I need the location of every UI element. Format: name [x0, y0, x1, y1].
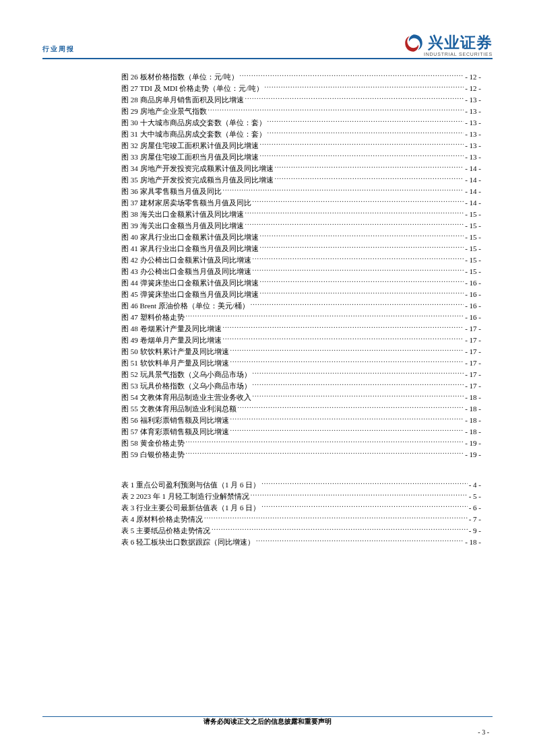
figure-page: - 17 -	[465, 346, 481, 357]
figure-entry: 图 30 十大城市商品房成交套数（单位：套）- 13 -	[121, 117, 481, 129]
logo-text-cn: 兴业证券	[428, 32, 493, 53]
table-entry: 表 3 行业主要公司最新估值表（1 月 6 日）- 6 -	[121, 502, 481, 514]
toc-leader	[261, 480, 467, 487]
figure-label: 图 55 文教体育用品制造业利润总额	[121, 403, 237, 415]
toc-leader	[230, 358, 464, 366]
toc-leader	[268, 129, 464, 137]
figure-label: 图 45 弹簧床垫出口金额当月值及同比增速	[121, 289, 259, 300]
figure-entry: 图 32 房屋住宅竣工面积累计值及同比增速- 13 -	[121, 140, 481, 151]
table-entry: 表 5 主要纸品价格走势情况- 9 -	[121, 525, 481, 537]
toc-leader	[230, 415, 464, 423]
figure-page: - 18 -	[465, 392, 481, 403]
toc-leader	[275, 175, 464, 182]
figure-label: 图 37 建材家居卖场零售额当月值及同比	[121, 197, 251, 209]
toc-leader	[253, 392, 464, 400]
figure-entry: 图 45 弹簧床垫出口金额当月值及同比增速- 16 -	[121, 289, 481, 300]
table-page: - 18 -	[465, 537, 481, 548]
figure-page: - 12 -	[465, 83, 481, 94]
figure-page: - 13 -	[465, 151, 481, 163]
logo-icon	[404, 33, 424, 53]
figure-entry: 图 28 商品房单月销售面积及同比增速- 13 -	[121, 94, 481, 106]
figure-label: 图 48 卷烟累计产量及同比增速	[121, 323, 222, 335]
toc-leader	[186, 450, 464, 457]
figure-label: 图 34 房地产开发投资完成额累计值及同比增速	[121, 163, 274, 174]
figure-entry: 图 46 Brent 原油价格（单位：美元/桶）- 16 -	[121, 300, 481, 312]
figure-entry: 图 29 房地产企业景气指数- 13 -	[121, 106, 481, 117]
toc-leader	[260, 289, 464, 297]
table-entry: 表 6 轻工板块出口数据跟踪（同比增速）- 18 -	[121, 537, 481, 548]
toc-leader	[223, 335, 464, 343]
figure-page: - 15 -	[465, 209, 481, 220]
footer-disclaimer: 请务必阅读正文之后的信息披露和重要声明	[0, 717, 535, 726]
figure-label: 图 59 白银价格走势	[121, 449, 185, 460]
toc-leader	[204, 514, 468, 522]
figure-entry: 图 57 体育彩票销售额及同比增速- 18 -	[121, 426, 481, 438]
page-container: 行业周报 兴业证券 INDUSTRIAL SECURITIES 图 26 板材价…	[0, 0, 535, 756]
figure-entry: 图 31 大中城市商品房成交套数（单位：套）- 13 -	[121, 129, 481, 140]
toc-leader	[253, 255, 464, 263]
figure-label: 图 43 办公椅出口金额当月值及同比增速	[121, 266, 251, 277]
table-entry: 表 1 重点公司盈利预测与估值（1 月 6 日）- 4 -	[121, 479, 481, 491]
figure-entry: 图 50 软饮料累计产量及同比增速- 17 -	[121, 346, 481, 357]
figure-label: 图 27 TDI 及 MDI 价格走势（单位：元/吨）	[121, 83, 263, 94]
figure-label: 图 38 海关出口金额累计值及同比增速	[121, 209, 244, 220]
figure-label: 图 32 房屋住宅竣工面积累计值及同比增速	[121, 140, 259, 151]
figure-page: - 12 -	[465, 71, 481, 83]
table-entry: 表 4 原材料价格走势情况- 7 -	[121, 514, 481, 525]
figure-page: - 18 -	[465, 403, 481, 415]
table-page: - 5 -	[469, 491, 481, 502]
figure-entry: 图 54 文教体育用品制造业主营业务收入- 18 -	[121, 392, 481, 403]
figure-page: - 17 -	[465, 357, 481, 369]
table-page: - 7 -	[469, 514, 481, 525]
logo-block: 兴业证券 INDUSTRIAL SECURITIES	[398, 32, 493, 57]
toc-leader	[265, 83, 464, 91]
toc-leader	[253, 198, 464, 205]
figure-entry: 图 26 板材价格指数（单位：元/吨）- 12 -	[121, 71, 481, 83]
figure-entry: 图 33 房屋住宅竣工面积当月值及同比增速- 13 -	[121, 151, 481, 163]
toc-leader	[186, 438, 464, 446]
figure-page: - 13 -	[465, 129, 481, 140]
table-label: 表 3 行业主要公司最新估值表（1 月 6 日）	[121, 502, 260, 514]
figure-page: - 14 -	[465, 197, 481, 209]
figure-page: - 13 -	[465, 140, 481, 151]
figure-page: - 13 -	[465, 106, 481, 117]
toc-leader	[223, 186, 464, 194]
table-label: 表 2 2023 年 1 月轻工制造行业解禁情况	[121, 491, 249, 502]
figure-entry: 图 44 弹簧床垫出口金额累计值及同比增速- 16 -	[121, 277, 481, 289]
figure-label: 图 30 十大城市商品房成交套数（单位：套）	[121, 117, 266, 129]
figure-entry: 图 56 福利彩票销售额及同比增速- 18 -	[121, 415, 481, 426]
figure-page: - 15 -	[465, 254, 481, 266]
figure-page: - 19 -	[465, 449, 481, 460]
toc-leader	[212, 526, 468, 533]
figure-label: 图 28 商品房单月销售面积及同比增速	[121, 94, 244, 106]
figure-label: 图 40 家具行业出口金额累计值及同比增速	[121, 232, 259, 243]
figure-entry: 图 37 建材家居卖场零售额当月值及同比- 14 -	[121, 197, 481, 209]
table-page: - 9 -	[469, 525, 481, 537]
figure-label: 图 31 大中城市商品房成交套数（单位：套）	[121, 129, 266, 140]
toc-leader	[253, 381, 464, 388]
toc-leader	[260, 141, 464, 148]
toc-leader	[223, 324, 464, 331]
figure-label: 图 36 家具零售额当月值及同比	[121, 186, 222, 197]
toc-leader	[208, 106, 464, 114]
toc-leader	[260, 232, 464, 240]
toc-leader	[245, 209, 464, 217]
figure-page: - 16 -	[465, 277, 481, 289]
toc-leader	[268, 118, 464, 125]
figure-entry: 图 59 白银价格走势- 19 -	[121, 449, 481, 460]
toc-leader	[275, 164, 464, 171]
figure-entry: 图 51 软饮料单月产量及同比增速- 17 -	[121, 357, 481, 369]
table-page: - 6 -	[469, 502, 481, 514]
figure-entry: 图 34 房地产开发投资完成额累计值及同比增速- 14 -	[121, 163, 481, 174]
table-entry: 表 2 2023 年 1 月轻工制造行业解禁情况- 5 -	[121, 491, 481, 502]
figure-entry: 图 53 玩具价格指数（义乌小商品市场）- 17 -	[121, 380, 481, 392]
figure-label: 图 39 海关出口金额当月值及同比增速	[121, 220, 244, 232]
figures-list: 图 26 板材价格指数（单位：元/吨）- 12 -图 27 TDI 及 MDI …	[121, 71, 481, 460]
toc-leader	[260, 278, 464, 285]
table-page: - 4 -	[469, 479, 481, 491]
table-label: 表 5 主要纸品价格走势情况	[121, 525, 210, 537]
figure-entry: 图 47 塑料价格走势- 16 -	[121, 312, 481, 323]
figure-entry: 图 55 文教体育用品制造业利润总额- 18 -	[121, 403, 481, 415]
toc-leader	[251, 301, 464, 308]
figure-label: 图 47 塑料价格走势	[121, 312, 185, 323]
